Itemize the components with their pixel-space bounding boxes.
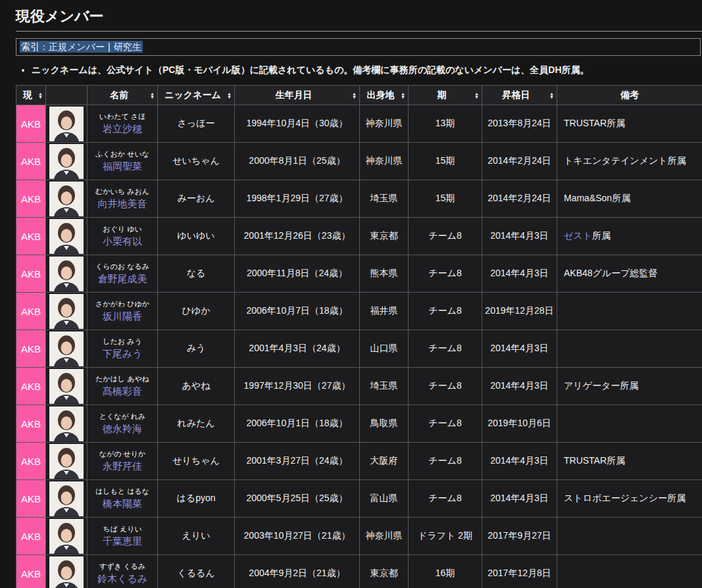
member-photo[interactable] <box>49 144 84 179</box>
member-furigana: さかがわ ひゆか <box>88 299 157 309</box>
member-furigana: くらのお なるみ <box>88 262 157 272</box>
table-row: AKB すずき くるみ 鈴木くるみ くるるん 2004年9月2日（21歳） 東京… <box>16 555 702 588</box>
index-separator: | <box>108 41 111 52</box>
member-photo[interactable] <box>49 219 84 254</box>
member-photo[interactable] <box>49 294 84 329</box>
member-photo[interactable] <box>49 107 84 141</box>
member-promotion-date: 2014年4月3日 <box>482 480 557 518</box>
member-photo[interactable] <box>49 556 84 588</box>
member-promotion-date: 2019年12月28日 <box>482 293 557 330</box>
sort-icon[interactable]: ▲▼ <box>227 92 232 99</box>
table-row: AKB はしもと はるな 橋本陽菜 はるpyon 2000年5月25日（25歳）… <box>16 480 702 518</box>
index-bar: 索引：正規メンバー|研究生 <box>16 38 701 56</box>
member-name-link[interactable]: 永野芹佳 <box>103 460 142 472</box>
table-row: AKB くらのお なるみ 倉野尾成美 なる 2000年11月8日（24歳） 熊本… <box>16 255 702 293</box>
member-generation: 15期 <box>409 180 482 218</box>
table-row: AKB むかいち みおん 向井地美音 みーおん 1998年1月29日（27歳） … <box>16 180 702 218</box>
column-header-昇格日[interactable]: 昇格日▲▼ <box>482 86 557 105</box>
member-name-link[interactable]: 髙橋彩音 <box>103 385 142 397</box>
member-photo-cell <box>46 443 88 480</box>
member-photo-cell <box>46 105 88 143</box>
member-name-cell: むかいち みおん 向井地美音 <box>88 180 158 218</box>
column-header-ニックネーム[interactable]: ニックネーム▲▼ <box>158 86 235 105</box>
member-name-cell: おぐり ゆい 小栗有以 <box>88 218 158 255</box>
member-nickname: ひゆか <box>158 293 235 330</box>
member-photo[interactable] <box>49 331 84 366</box>
column-header-出身地[interactable]: 出身地▲▼ <box>360 86 409 105</box>
member-photo[interactable] <box>49 519 84 554</box>
member-name-cell: とくなが れみ 徳永羚海 <box>88 405 158 443</box>
member-origin: 東京都 <box>360 555 409 588</box>
table-row: AKB ちば えりい 千葉恵里 えりい 2003年10月27日（21歳） 神奈川… <box>16 518 702 555</box>
member-promotion-date: 2014年4月3日 <box>482 255 557 293</box>
member-photo[interactable] <box>49 369 84 404</box>
member-birthdate: 2001年12月26日（23歳） <box>235 218 360 255</box>
page-content: 現役メンバー 索引：正規メンバー|研究生 ニックネームは、公式サイト（PC版・モ… <box>0 0 702 588</box>
member-photo[interactable] <box>49 481 84 516</box>
remark-link[interactable]: ゼスト <box>564 230 592 241</box>
photo-placeholder-icon <box>49 556 84 588</box>
column-header-label: 昇格日 <box>503 89 530 100</box>
sort-icon[interactable]: ▲▼ <box>549 92 554 99</box>
member-name-link[interactable]: 岩立沙穂 <box>103 123 142 134</box>
member-origin: 神奈川県 <box>360 143 409 180</box>
sort-icon[interactable]: ▲▼ <box>401 92 405 99</box>
member-name-link[interactable]: 倉野尾成美 <box>98 273 147 284</box>
sort-icon[interactable]: ▲▼ <box>352 92 357 99</box>
member-remark <box>557 293 702 330</box>
remark-text: Mama&Son所属 <box>564 193 630 203</box>
member-furigana: すずき くるみ <box>88 562 157 572</box>
remark-text: TRUSTAR所属 <box>564 455 625 466</box>
member-name-link[interactable]: 徳永羚海 <box>103 423 142 434</box>
member-photo[interactable] <box>49 257 84 291</box>
member-name-link[interactable]: 下尾みう <box>103 348 143 359</box>
member-name-cell: はしもと はるな 橋本陽菜 <box>88 480 158 518</box>
team-badge: AKB <box>16 330 46 368</box>
index-link-kenkyusei[interactable]: 研究生 <box>114 41 141 52</box>
photo-placeholder-icon <box>49 107 84 141</box>
member-nickname: せいちゃん <box>158 143 235 180</box>
member-nickname: はるpyon <box>158 480 235 518</box>
member-name-link[interactable]: 千葉恵里 <box>103 535 142 547</box>
sort-icon[interactable]: ▲▼ <box>474 92 479 99</box>
column-header-期[interactable]: 期▲▼ <box>409 86 482 105</box>
photo-placeholder-icon <box>49 406 84 441</box>
table-row: AKB ながの せりか 永野芹佳 せりちゃん 2001年3月27日（24歳） 大… <box>16 443 702 480</box>
member-photo-cell <box>46 405 88 443</box>
member-name-link[interactable]: 小栗有以 <box>103 235 142 247</box>
member-remark <box>557 405 702 443</box>
member-origin: 神奈川県 <box>360 105 409 143</box>
member-photo[interactable] <box>49 182 84 216</box>
team-badge: AKB <box>16 443 46 480</box>
index-link-regular-members[interactable]: 正規メンバー <box>49 41 105 52</box>
sort-icon[interactable]: ▲▼ <box>38 92 43 99</box>
photo-placeholder-icon <box>49 369 84 404</box>
member-name-link[interactable]: 鈴木くるみ <box>97 573 147 584</box>
member-name-cell: ちば えりい 千葉恵里 <box>88 518 158 555</box>
member-origin: 埼玉県 <box>360 368 409 405</box>
column-header-名前[interactable]: 名前▲▼ <box>88 86 158 105</box>
photo-placeholder-icon <box>49 519 84 554</box>
sort-icon[interactable]: ▲▼ <box>150 92 155 99</box>
member-generation: ドラフト 2期 <box>409 518 482 555</box>
member-photo[interactable] <box>49 444 84 479</box>
member-photo[interactable] <box>49 406 84 441</box>
column-header-現[interactable]: 現▲▼ <box>16 86 46 105</box>
member-nickname: せりちゃん <box>158 443 235 480</box>
member-photo-cell <box>46 180 88 218</box>
column-header-生年月日[interactable]: 生年月日▲▼ <box>235 86 360 105</box>
member-name-link[interactable]: 坂川陽香 <box>103 310 142 322</box>
member-name-link[interactable]: 向井地美音 <box>98 198 147 209</box>
member-birthdate: 2006年10月1日（18歳） <box>235 405 360 443</box>
member-remark: AKB48グループ総監督 <box>557 255 702 293</box>
member-birthdate: 2000年11月8日（24歳） <box>235 255 360 293</box>
member-name-link[interactable]: 福岡聖菜 <box>103 160 142 172</box>
member-birthdate: 2000年8月1日（25歳） <box>235 143 360 180</box>
member-nickname: くるるん <box>158 555 235 588</box>
member-name-link[interactable]: 橋本陽菜 <box>103 498 142 509</box>
member-name-cell: さかがわ ひゆか 坂川陽香 <box>88 293 158 330</box>
member-furigana: おぐり ゆい <box>88 224 157 234</box>
member-furigana: いわたて さほ <box>88 112 157 122</box>
member-promotion-date: 2014年4月3日 <box>482 368 557 405</box>
member-furigana: むかいち みおん <box>88 187 157 197</box>
